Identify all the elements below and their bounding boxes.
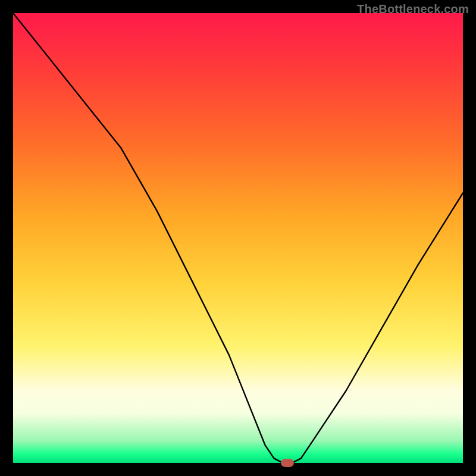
watermark-label: TheBottleneck.com <box>357 2 469 16</box>
chart-frame: TheBottleneck.com <box>0 0 476 476</box>
gradient-stage <box>13 13 463 463</box>
